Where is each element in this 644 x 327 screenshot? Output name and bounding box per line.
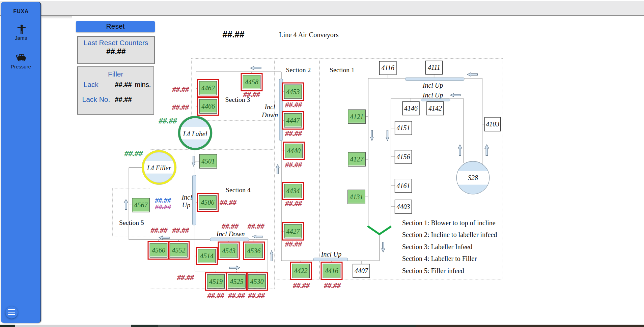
- svg-text:4440: 4440: [287, 147, 301, 154]
- svg-text:4146: 4146: [404, 105, 418, 112]
- svg-text:##.##: ##.##: [219, 198, 237, 207]
- svg-text:##.##: ##.##: [172, 85, 190, 93]
- svg-text:4142: 4142: [428, 105, 442, 112]
- svg-text:L4 Label: L4 Label: [183, 130, 207, 138]
- svg-text:Incl Down: Incl Down: [216, 230, 245, 238]
- svg-text:Incl Up: Incl Up: [321, 250, 342, 258]
- svg-text:Section 2: Incline to labeller: Section 2: Incline to labeller infeed: [402, 231, 497, 238]
- svg-text:4453: 4453: [286, 88, 300, 95]
- svg-text:4116: 4116: [382, 64, 395, 71]
- svg-text:4560: 4560: [152, 246, 165, 254]
- svg-text:4427: 4427: [286, 228, 300, 235]
- svg-text:##.##: ##.##: [124, 149, 143, 158]
- svg-text:S28: S28: [468, 174, 478, 181]
- svg-text:##.##: ##.##: [324, 281, 341, 290]
- svg-text:4506: 4506: [201, 199, 215, 206]
- svg-text:4462: 4462: [201, 84, 215, 92]
- svg-text:4434: 4434: [286, 187, 300, 195]
- svg-text:Section 1: Section 1: [330, 66, 355, 73]
- svg-text:Incl Up: Incl Up: [422, 82, 443, 89]
- svg-text:Section 5: Section 5: [119, 219, 144, 226]
- svg-text:4514: 4514: [200, 252, 214, 260]
- svg-text:4103: 4103: [486, 120, 499, 128]
- svg-text:Section 2: Section 2: [286, 66, 311, 73]
- svg-text:4530: 4530: [250, 278, 264, 285]
- svg-text:4543: 4543: [222, 247, 235, 255]
- svg-text:Section 1: Blower to top of in: Section 1: Blower to top of incline: [402, 219, 496, 227]
- svg-text:4111: 4111: [428, 64, 440, 71]
- svg-text:##.##: ##.##: [172, 226, 190, 234]
- svg-text:##.##: ##.##: [150, 226, 168, 234]
- svg-text:Down: Down: [261, 111, 278, 119]
- svg-text:4501: 4501: [201, 157, 215, 165]
- svg-text:##.##: ##.##: [285, 240, 302, 248]
- svg-text:##.##: ##.##: [292, 281, 310, 290]
- svg-text:##.##: ##.##: [248, 291, 265, 300]
- svg-text:##.##: ##.##: [285, 100, 302, 109]
- svg-text:Incl: Incl: [181, 194, 192, 201]
- svg-text:4519: 4519: [209, 278, 223, 285]
- svg-text:##.##: ##.##: [285, 160, 302, 169]
- svg-text:##.##: ##.##: [172, 103, 189, 111]
- svg-text:##.##: ##.##: [228, 291, 245, 300]
- svg-text:4416: 4416: [325, 267, 338, 274]
- svg-text:Section 3: Labeller Infeed: Section 3: Labeller Infeed: [402, 243, 472, 250]
- svg-text:Section 4: Labeller to Filler: Section 4: Labeller to Filler: [402, 255, 477, 262]
- svg-text:Up: Up: [182, 201, 190, 209]
- svg-text:4447: 4447: [286, 117, 300, 124]
- svg-text:4156: 4156: [397, 153, 410, 160]
- svg-text:Incl Up: Incl Up: [422, 91, 443, 99]
- svg-text:##.##: ##.##: [247, 222, 265, 230]
- svg-text:L4 Filler: L4 Filler: [147, 164, 171, 172]
- svg-text:##.##: ##.##: [285, 199, 302, 208]
- svg-text:##.##: ##.##: [285, 129, 302, 138]
- svg-text:4403: 4403: [397, 203, 410, 210]
- svg-text:4131: 4131: [350, 193, 363, 201]
- svg-text:4161: 4161: [397, 182, 410, 189]
- svg-text:Section 4: Section 4: [226, 186, 251, 194]
- svg-text:4466: 4466: [201, 102, 215, 110]
- svg-text:##.##: ##.##: [207, 291, 225, 300]
- svg-text:4567: 4567: [134, 201, 148, 209]
- svg-text:4422: 4422: [294, 267, 308, 274]
- svg-text:Incl: Incl: [264, 103, 275, 111]
- svg-text:4151: 4151: [397, 124, 410, 131]
- svg-text:4536: 4536: [247, 247, 261, 255]
- svg-text:4458: 4458: [245, 78, 258, 86]
- svg-text:##.##: ##.##: [159, 116, 177, 125]
- svg-text:4407: 4407: [355, 267, 368, 274]
- svg-text:4552: 4552: [172, 246, 186, 254]
- svg-text:Section 3: Section 3: [225, 96, 250, 103]
- svg-text:Section 5: Filler infeed: Section 5: Filler infeed: [402, 267, 464, 274]
- svg-text:4525: 4525: [230, 278, 244, 285]
- svg-text:4121: 4121: [350, 113, 364, 120]
- svg-text:##.##: ##.##: [177, 273, 194, 281]
- svg-text:##.##: ##.##: [155, 203, 171, 211]
- svg-text:4127: 4127: [350, 155, 364, 163]
- svg-text:##.##: ##.##: [221, 222, 239, 230]
